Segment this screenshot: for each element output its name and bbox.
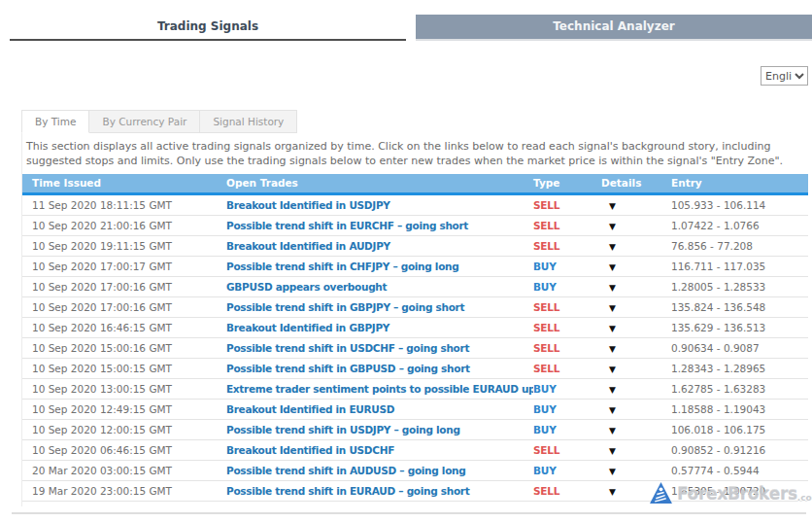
- time-issued-cell: 11 Sep 2020 18:11:15 GMT: [22, 195, 226, 216]
- trade-signal-link[interactable]: Possible trend shift in EURCHF – going s…: [226, 220, 468, 231]
- entry-zone-cell: 106.018 - 106.175: [671, 420, 808, 440]
- entry-zone-cell: 76.856 - 77.208: [671, 236, 808, 257]
- table-row: 10 Sep 2020 15:00:15 GMT Possible trend …: [22, 359, 808, 379]
- details-expand-icon[interactable]: ▼: [609, 421, 616, 440]
- subtab-by-currency-pair[interactable]: By Currency Pair: [89, 110, 200, 133]
- details-expand-icon[interactable]: ▼: [609, 217, 616, 236]
- details-expand-icon[interactable]: ▼: [609, 482, 616, 502]
- details-expand-icon[interactable]: ▼: [609, 278, 616, 297]
- table-row: 10 Sep 2020 17:00:17 GMT Possible trend …: [22, 257, 808, 277]
- details-expand-icon[interactable]: ▼: [609, 441, 616, 461]
- time-issued-cell: 10 Sep 2020 15:00:16 GMT: [22, 338, 226, 359]
- type-cell: SELL: [533, 216, 601, 236]
- section-description: This section displays all active trading…: [26, 139, 798, 168]
- trade-signal-link[interactable]: Possible trend shift in USDJPY – going l…: [226, 424, 460, 435]
- tab-trading-signals[interactable]: Trading Signals: [10, 15, 406, 41]
- trade-signal-link[interactable]: Breakout Identified in AUDJPY: [226, 240, 390, 252]
- table-row: 10 Sep 2020 13:00:15 GMT Extreme trader …: [22, 379, 808, 400]
- trade-signal-link[interactable]: Possible trend shift in CHFJPY – going l…: [226, 261, 458, 272]
- details-cell: ▼: [601, 338, 671, 359]
- time-issued-cell: 10 Sep 2020 17:00:17 GMT: [22, 257, 226, 277]
- type-cell: SELL: [533, 297, 601, 318]
- details-expand-icon[interactable]: ▼: [609, 360, 616, 379]
- trade-signal-link[interactable]: Possible trend shift in GBPJPY – going s…: [226, 301, 464, 313]
- table-row: 10 Sep 2020 15:00:16 GMT Possible trend …: [22, 338, 808, 359]
- details-expand-icon[interactable]: ▼: [609, 196, 616, 216]
- by-time-panel: This section displays all active trading…: [21, 133, 808, 506]
- details-expand-icon[interactable]: ▼: [609, 258, 616, 277]
- type-cell: BUY: [533, 379, 601, 400]
- table-row: 10 Sep 2020 17:00:16 GMT GBPUSD appears …: [22, 277, 808, 297]
- time-issued-cell: 10 Sep 2020 16:46:15 GMT: [22, 318, 226, 338]
- details-expand-icon[interactable]: ▼: [609, 319, 616, 338]
- table-body: 11 Sep 2020 18:11:15 GMT Breakout Identi…: [22, 195, 808, 502]
- time-issued-cell: 10 Sep 2020 19:11:15 GMT: [22, 236, 226, 257]
- language-select[interactable]: English: [761, 66, 808, 86]
- time-issued-cell: 19 Mar 2020 23:00:15 GMT: [22, 481, 226, 502]
- entry-zone-cell: 1.62785 - 1.63283: [671, 379, 808, 400]
- signals-table: Time Issued Open Trades Type Details Ent…: [22, 174, 808, 502]
- type-cell: SELL: [533, 440, 601, 461]
- type-cell: SELL: [533, 318, 601, 338]
- signal-view-tabs: By Time By Currency Pair Signal History: [21, 110, 297, 133]
- details-cell: ▼: [601, 481, 671, 502]
- table-row: 19 Mar 2020 23:00:15 GMT Possible trend …: [22, 481, 808, 502]
- details-expand-icon[interactable]: ▼: [609, 237, 616, 257]
- trade-signal-link[interactable]: Breakout Identified in GBPJPY: [226, 322, 389, 333]
- trade-signal-link[interactable]: Breakout Identified in USDCHF: [226, 444, 394, 456]
- header-details: Details: [601, 174, 671, 192]
- trade-signal-link[interactable]: Extreme trader sentiment points to possi…: [226, 383, 533, 395]
- table-row: 10 Sep 2020 12:49:15 GMT Breakout Identi…: [22, 400, 808, 420]
- entry-zone-cell: 1.28343 - 1.28965: [671, 359, 808, 379]
- type-cell: BUY: [533, 461, 601, 481]
- type-cell: SELL: [533, 359, 601, 379]
- type-cell: SELL: [533, 236, 601, 257]
- entry-zone-cell: 1.18588 - 1.19043: [671, 400, 808, 420]
- trade-signal-link[interactable]: Breakout Identified in USDJPY: [226, 199, 390, 211]
- details-cell: ▼: [601, 359, 671, 379]
- time-issued-cell: 10 Sep 2020 21:00:16 GMT: [22, 216, 226, 236]
- entry-zone-cell: 1.28005 - 1.28533: [671, 277, 808, 297]
- time-issued-cell: 10 Sep 2020 17:00:16 GMT: [22, 277, 226, 297]
- subtab-by-time[interactable]: By Time: [21, 110, 89, 133]
- type-cell: BUY: [533, 257, 601, 277]
- details-expand-icon[interactable]: ▼: [609, 339, 616, 359]
- table-row: 20 Mar 2020 03:00:15 GMT Possible trend …: [22, 461, 808, 481]
- table-row: 10 Sep 2020 16:46:15 GMT Breakout Identi…: [22, 318, 808, 338]
- details-cell: ▼: [601, 297, 671, 318]
- entry-zone-cell: 135.629 - 136.513: [671, 318, 808, 338]
- details-expand-icon[interactable]: ▼: [609, 462, 616, 481]
- header-entry: Entry: [671, 174, 808, 192]
- type-cell: SELL: [533, 338, 601, 359]
- details-expand-icon[interactable]: ▼: [609, 380, 616, 400]
- table-row: 10 Sep 2020 12:00:15 GMT Possible trend …: [22, 420, 808, 440]
- trade-signal-link[interactable]: Possible trend shift in USDCHF – going s…: [226, 342, 469, 354]
- trade-signal-link[interactable]: Breakout Identified in EURUSD: [226, 403, 394, 415]
- bottom-divider: [12, 512, 806, 514]
- details-cell: ▼: [601, 400, 671, 420]
- details-cell: ▼: [601, 257, 671, 277]
- entry-zone-cell: 105.933 - 106.114: [671, 195, 808, 216]
- details-cell: ▼: [601, 420, 671, 440]
- trade-signal-link[interactable]: Possible trend shift in EURAUD – going s…: [226, 485, 469, 497]
- entry-zone-cell: 0.57774 - 0.5944: [671, 461, 808, 481]
- subtab-signal-history[interactable]: Signal History: [200, 110, 297, 133]
- details-expand-icon[interactable]: ▼: [609, 298, 616, 318]
- header-open-trades: Open Trades: [226, 174, 533, 192]
- table-row: 10 Sep 2020 17:00:16 GMT Possible trend …: [22, 297, 808, 318]
- time-issued-cell: 20 Mar 2020 03:00:15 GMT: [22, 461, 226, 481]
- details-cell: ▼: [601, 236, 671, 257]
- entry-zone-cell: 116.711 - 117.035: [671, 257, 808, 277]
- details-cell: ▼: [601, 461, 671, 481]
- details-cell: ▼: [601, 440, 671, 461]
- details-cell: ▼: [601, 379, 671, 400]
- details-cell: ▼: [601, 216, 671, 236]
- type-cell: SELL: [533, 481, 601, 502]
- time-issued-cell: 10 Sep 2020 12:49:15 GMT: [22, 400, 226, 420]
- trade-signal-link[interactable]: Possible trend shift in GBPUSD – going s…: [226, 363, 470, 374]
- details-expand-icon[interactable]: ▼: [609, 400, 616, 420]
- tab-technical-analyzer[interactable]: Technical Analyzer: [416, 15, 812, 41]
- trade-signal-link[interactable]: Possible trend shift in AUDUSD – going l…: [226, 465, 465, 476]
- trade-signal-link[interactable]: GBPUSD appears overbought: [226, 281, 387, 293]
- time-issued-cell: 10 Sep 2020 13:00:15 GMT: [22, 379, 226, 400]
